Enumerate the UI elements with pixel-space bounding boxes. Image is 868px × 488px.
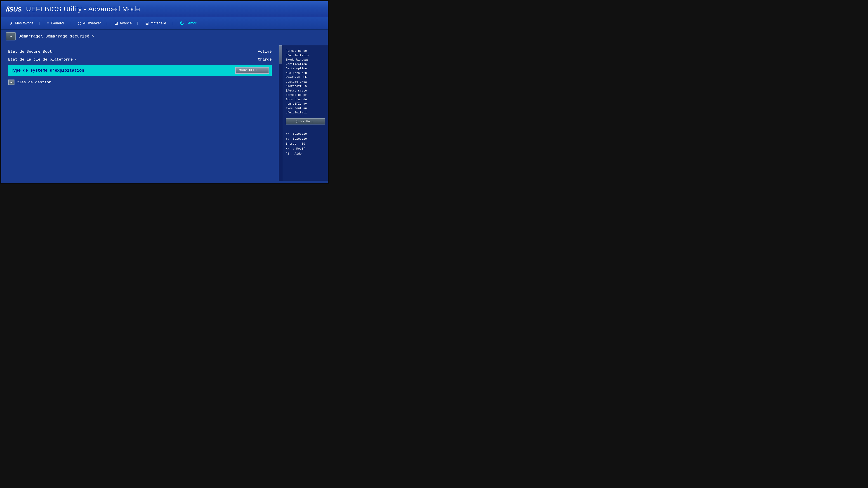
back-button[interactable]: ↩: [6, 32, 16, 40]
platform-key-label: Etat de la clé de plateforme {: [8, 57, 77, 62]
help-line-12: non-UEFI, av: [286, 102, 325, 106]
help-text: Permet de sé d'exploitatio [Mode Windows…: [286, 49, 325, 115]
help-line-5: que lors d'u: [286, 71, 325, 75]
help-line-3: vérification: [286, 62, 325, 67]
help-line-10: permet de pr: [286, 93, 325, 97]
content-area: Etat de Secure Boot. Activé Etat de la c…: [1, 45, 278, 181]
help-line-9: [Autre systè: [286, 89, 325, 93]
nav-item-demarrage[interactable]: ⏻ Démar: [176, 20, 200, 26]
status-row-secure-boot: Etat de Secure Boot. Activé: [8, 48, 272, 56]
help-line-2: [Mode Windows: [286, 58, 325, 62]
secure-boot-label: Etat de Secure Boot.: [8, 50, 54, 54]
help-line-8: Microsoft® S: [286, 84, 325, 89]
nav-bar: ★ Mes favoris ≡ Général ◎ Ai Tweaker ⊡ A…: [1, 17, 328, 30]
key-management-label: Clés de gestion: [17, 80, 51, 85]
avance-icon: ⊡: [115, 21, 118, 26]
power-icon: ⏻: [180, 21, 184, 26]
help-line-4: Cette option: [286, 66, 325, 71]
submenu-arrow-icon: ▶: [8, 79, 14, 85]
shortcut-3: +/- : Modif: [286, 147, 325, 151]
nav-item-favoris[interactable]: ★ Mes favoris: [6, 20, 43, 27]
star-icon: ★: [9, 21, 13, 26]
back-icon: ↩: [10, 34, 12, 39]
scrollbar-thumb[interactable]: [279, 45, 282, 64]
main-content: Etat de Secure Boot. Activé Etat de la c…: [1, 43, 328, 183]
status-row-platform-key: Etat de la clé de plateforme { Chargé: [8, 56, 272, 64]
title-bar: /ISUS UEFI BIOS Utility - Advanced Mode: [1, 1, 328, 17]
nav-item-general[interactable]: ≡ Général: [43, 20, 74, 26]
asus-logo: /ISUS: [6, 5, 22, 13]
os-type-label: Type de système d'exploitation: [11, 68, 84, 73]
os-type-value[interactable]: Mode UEFI ...: [235, 67, 269, 74]
shortcuts: ++: Selectio ↑↓: Selectio Entrée : Sé +/…: [286, 131, 325, 156]
help-line-6: Windows® UEF: [286, 75, 325, 80]
breadcrumb-bar: ↩ Démarrage\ Démarrage sécurisé >: [1, 30, 328, 43]
bios-title: UEFI BIOS Utility - Advanced Mode: [26, 5, 140, 13]
shortcut-4: F1 : Aide: [286, 151, 325, 156]
nav-item-avance[interactable]: ⊡ Avancé: [111, 20, 142, 27]
nav-label-avance: Avancé: [120, 21, 132, 25]
help-line-7: système d'ex: [286, 80, 325, 84]
shortcut-0: ++: Selectio: [286, 131, 325, 136]
list-icon: ≡: [47, 21, 50, 26]
shortcut-1: ↑↓: Selectio: [286, 136, 325, 141]
nav-item-materielle[interactable]: ⊞ matérielle: [142, 20, 176, 27]
nav-label-favoris: Mes favoris: [15, 21, 33, 25]
quick-note-button[interactable]: Quick No...: [286, 119, 325, 125]
key-management-row[interactable]: ▶ Clés de gestion: [8, 77, 272, 87]
os-type-row[interactable]: Type de système d'exploitation Mode UEFI…: [8, 65, 272, 76]
breadcrumb-path: Démarrage\ Démarrage sécurisé >: [19, 34, 94, 39]
nav-item-ai-tweaker[interactable]: ◎ Ai Tweaker: [74, 20, 111, 27]
scrollbar[interactable]: [278, 45, 283, 181]
ai-icon: ◎: [78, 21, 81, 26]
materielle-icon: ⊞: [145, 21, 149, 26]
help-line-11: lors d'un dé: [286, 97, 325, 102]
help-line-14: d'exploitati: [286, 110, 325, 115]
nav-label-general: Général: [51, 21, 64, 25]
right-sidebar: Permet de sé d'exploitatio [Mode Windows…: [283, 45, 328, 181]
help-line-13: avec tout au: [286, 106, 325, 111]
platform-key-value: Chargé: [258, 57, 272, 62]
nav-label-demarrage: Démar: [186, 21, 196, 25]
nav-label-materielle: matérielle: [151, 21, 166, 25]
nav-label-ai: Ai Tweaker: [83, 21, 101, 25]
help-line-1: d'exploitatio: [286, 53, 325, 58]
help-line-0: Permet de sé: [286, 49, 325, 53]
secure-boot-value: Activé: [258, 50, 272, 54]
bios-screen: /ISUS UEFI BIOS Utility - Advanced Mode …: [0, 0, 329, 184]
shortcut-2: Entrée : Sé: [286, 141, 325, 147]
